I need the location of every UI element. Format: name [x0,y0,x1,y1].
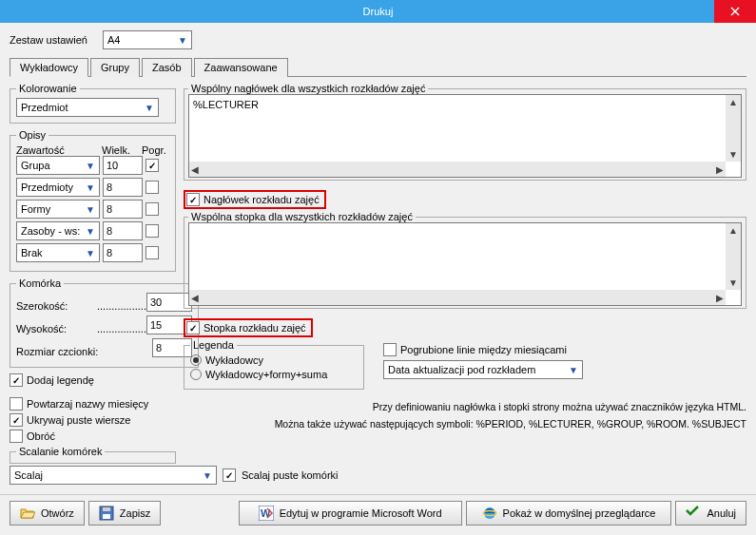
dodaj-chk[interactable]: ✓ [10,373,23,387]
kolorowanie-fieldset: Kolorowanie Przedmiot ▼ [10,83,176,124]
arrow-right-icon: ▶ [714,162,726,177]
obroc-label: Obróć [27,430,55,442]
pogrub-chk[interactable] [383,343,397,356]
scalaj-puste-chk[interactable]: ✓ [223,468,236,482]
opisy-chk-2[interactable] [145,202,159,216]
opisy-chk-4[interactable] [145,246,159,259]
folder-open-icon [20,506,35,521]
stopka-chk[interactable]: ✓ [186,321,200,334]
opisy-val-4[interactable]: 8 [103,243,143,262]
dodaj-label: Dodaj legendę [27,374,94,386]
opisy-sel-4[interactable]: Brak▼ [16,243,100,262]
arrow-right-icon: ▶ [714,291,726,305]
chevron-down-icon: ▼ [86,182,95,193]
save-button[interactable]: Zapisz [88,501,161,525]
open-button[interactable]: Otwórz [10,501,85,525]
powt-chk[interactable] [10,397,23,411]
arrow-left-icon: ◀ [189,291,201,305]
h-scrollbar[interactable]: ◀▶ [189,162,726,177]
button-bar: Otwórz Zapisz W Edytuj w programie Micro… [0,494,756,531]
powt-label: Powtarzaj nazwy miesięcy [27,398,148,410]
opisy-sel-1[interactable]: Przedmioty▼ [16,178,100,197]
svg-rect-2 [103,507,110,511]
pogrub-label: Pogrubione linie między miesiącami [400,344,567,355]
opisy-val-2[interactable]: 8 [103,200,143,219]
opisy-sel-0[interactable]: Grupa▼ [16,156,100,175]
legenda-fieldset: Legenda Wykładowcy Wykładowcy+formy+suma [184,339,364,390]
ukryj-chk[interactable]: ✓ [10,413,23,427]
close-button[interactable] [714,0,756,23]
presets-label: Zestaw ustawień [10,34,87,46]
szer-label: Szerokość: [16,300,97,312]
naglowek-highlight: ✓ Nagłówek rozkładu zajęć [184,190,326,209]
svg-rect-1 [103,514,110,519]
header-textarea[interactable]: %LECTURER ▲▼ ◀▶ [188,94,742,178]
footer-textarea[interactable]: ▲▼ ◀▶ [188,222,742,306]
chevron-down-icon: ▼ [86,161,95,171]
naglowek-label: Nagłówek rozkładu zajęć [204,194,320,205]
h-scrollbar[interactable]: ◀▶ [189,290,726,305]
tab-wykladowcy[interactable]: Wykładowcy [10,58,88,77]
presets-value: A4 [107,34,120,46]
tab-zasob[interactable]: Zasób [142,58,192,77]
legenda-legend: Legenda [190,339,237,351]
arrow-down-icon: ▼ [727,276,740,290]
window-title: Drukuj [363,6,394,17]
window-titlebar: Drukuj [0,0,756,23]
radio-label-2: Wykładowcy+formy+suma [205,369,327,380]
stopka-label: Stopka rozkładu zajęć [204,322,306,334]
radio-wfs[interactable] [190,369,202,380]
opisy-h3: Pogr. [142,144,168,156]
scalanie-fieldset: Scalanie komórek [10,446,176,464]
obroc-chk[interactable] [10,430,23,443]
opisy-chk-0[interactable]: ✓ [145,159,159,172]
cancel-button[interactable]: Anuluj [675,501,746,525]
font-label: Rozmiar czcionki: [16,346,102,357]
opisy-sel-2[interactable]: Formy▼ [16,200,100,219]
close-icon [730,7,740,16]
v-scrollbar[interactable]: ▲▼ [726,95,741,162]
komorka-legend: Komórka [16,277,64,289]
tabs: Wykładowcy Grupy Zasób Zaawansowane [10,57,746,77]
arrow-left-icon: ◀ [189,162,201,177]
help-text-1: Przy definiowaniu nagłówka i stopki stro… [184,401,746,412]
chevron-down-icon: ▼ [178,35,187,46]
chevron-down-icon: ▼ [86,226,95,237]
footer-fieldset: Wspólna stopka dla wszystkich rozkładów … [184,211,746,309]
word-button[interactable]: W Edytuj w programie Microsoft Word [239,501,462,525]
header-legend: Wspólny nagłówek dla wszystkich rozkładó… [188,83,428,94]
opisy-chk-1[interactable] [145,181,159,194]
footer-legend: Wspólna stopka dla wszystkich rozkładów … [188,211,416,222]
scalanie-legend: Scalanie komórek [16,446,105,457]
radio-label-1: Wykładowcy [205,354,263,366]
chevron-down-icon: ▼ [569,365,578,375]
presets-select[interactable]: A4 ▼ [103,30,192,49]
naglowek-chk[interactable]: ✓ [186,193,200,206]
ukryj-label: Ukrywaj puste wiersze [27,414,130,426]
opisy-val-0[interactable]: 10 [103,156,143,175]
browser-button[interactable]: Pokaż w domyślnej przeglądarce [466,501,672,525]
stopka-highlight: ✓ Stopka rozkładu zajęć [184,318,313,337]
kolorowanie-value: Przedmiot [21,102,68,113]
save-icon [99,506,114,521]
wys-label: Wysokość: [16,323,97,334]
word-icon: W [259,506,274,521]
chevron-down-icon: ▼ [86,204,95,215]
radio-wykladowcy[interactable] [190,354,202,366]
kolorowanie-select[interactable]: Przedmiot ▼ [16,98,159,117]
tab-zaawansowane[interactable]: Zaawansowane [194,58,288,77]
v-scrollbar[interactable]: ▲▼ [726,223,741,290]
opisy-fieldset: Opisy Zawartość Wielk. Pogr. Grupa▼10✓Pr… [10,129,176,272]
opisy-val-1[interactable]: 8 [103,178,143,197]
opisy-legend: Opisy [16,129,48,141]
tab-grupy[interactable]: Grupy [90,58,140,77]
scalanie-select[interactable]: Scalaj ▼ [10,466,217,485]
kolorowanie-legend: Kolorowanie [16,83,80,94]
dataakt-select[interactable]: Data aktualizacji pod rozkładem ▼ [383,360,583,379]
arrow-down-icon: ▼ [727,147,740,162]
help-text-2: Można także używać następujących symboli… [184,418,746,430]
header-fieldset: Wspólny nagłówek dla wszystkich rozkładó… [184,83,746,181]
opisy-val-3[interactable]: 8 [103,221,143,240]
opisy-chk-3[interactable] [145,224,159,238]
opisy-sel-3[interactable]: Zasoby - ws:▼ [16,221,100,240]
